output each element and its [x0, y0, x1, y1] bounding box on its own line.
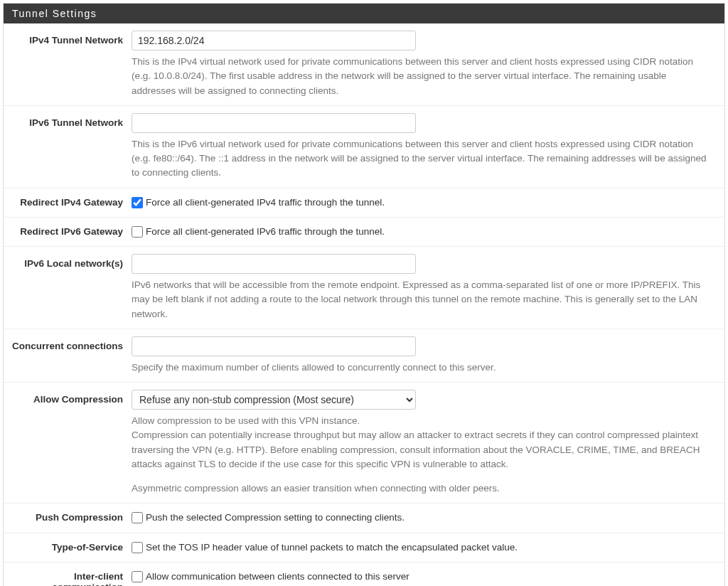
redirect-ipv4-gateway-checkbox-label: Force all client-generated IPv4 traffic … — [146, 196, 385, 210]
row-redirect-ipv4-gateway: Redirect IPv4 Gateway Force all client-g… — [4, 188, 724, 218]
row-concurrent-connections: Concurrent connections Specify the maxim… — [4, 329, 724, 383]
row-inter-client-communication: Inter-client communication Allow communi… — [4, 563, 724, 586]
concurrent-connections-input[interactable] — [132, 336, 416, 356]
tunnel-settings-panel: Tunnel Settings IPv4 Tunnel Network This… — [3, 3, 725, 586]
allow-compression-select[interactable]: Refuse any non-stub compression (Most se… — [132, 390, 416, 410]
redirect-ipv4-gateway-checkbox[interactable] — [132, 197, 143, 208]
label-ipv6-local-networks: IPv6 Local network(s) — [4, 254, 132, 321]
push-compression-checkbox-label: Push the selected Compression setting to… — [146, 511, 405, 525]
row-ipv6-local-networks: IPv6 Local network(s) IPv6 networks that… — [4, 247, 724, 329]
inter-client-communication-checkbox[interactable] — [132, 571, 143, 582]
label-ipv4-tunnel-network: IPv4 Tunnel Network — [4, 31, 132, 98]
row-push-compression: Push Compression Push the selected Compr… — [4, 504, 724, 533]
label-inter-client-communication: Inter-client communication — [4, 570, 132, 586]
label-redirect-ipv6-gateway: Redirect IPv6 Gateway — [4, 225, 132, 239]
ipv4-tunnel-network-input[interactable] — [132, 31, 416, 50]
row-redirect-ipv6-gateway: Redirect IPv6 Gateway Force all client-g… — [4, 218, 724, 247]
inter-client-communication-checkbox-label: Allow communication between clients conn… — [146, 570, 410, 584]
redirect-ipv6-gateway-checkbox[interactable] — [132, 226, 143, 238]
ipv6-tunnel-network-input[interactable] — [132, 113, 416, 133]
help-allow-compression: Allow compression to be used with this V… — [132, 414, 713, 496]
label-push-compression: Push Compression — [4, 511, 132, 525]
label-allow-compression: Allow Compression — [4, 390, 132, 496]
type-of-service-checkbox[interactable] — [132, 542, 143, 553]
row-ipv6-tunnel-network: IPv6 Tunnel Network This is the IPv6 vir… — [4, 106, 724, 188]
label-concurrent-connections: Concurrent connections — [4, 336, 132, 375]
label-type-of-service: Type-of-Service — [4, 540, 132, 555]
type-of-service-checkbox-label: Set the TOS IP header value of tunnel pa… — [146, 540, 518, 555]
ipv6-local-networks-input[interactable] — [132, 254, 416, 274]
help-concurrent-connections: Specify the maximum number of clients al… — [132, 361, 713, 375]
redirect-ipv6-gateway-checkbox-label: Force all client-generated IPv6 traffic … — [146, 225, 385, 239]
help-ipv6-local-networks: IPv6 networks that will be accessible fr… — [132, 278, 713, 321]
label-ipv6-tunnel-network: IPv6 Tunnel Network — [4, 113, 132, 181]
row-allow-compression: Allow Compression Refuse any non-stub co… — [4, 383, 724, 504]
help-ipv6-tunnel-network: This is the IPv6 virtual network used fo… — [132, 137, 713, 181]
row-ipv4-tunnel-network: IPv4 Tunnel Network This is the IPv4 vir… — [4, 23, 724, 106]
help-ipv4-tunnel-network: This is the IPv4 virtual network used fo… — [132, 55, 713, 98]
label-redirect-ipv4-gateway: Redirect IPv4 Gateway — [4, 196, 132, 210]
panel-title: Tunnel Settings — [4, 4, 724, 23]
push-compression-checkbox[interactable] — [132, 512, 143, 523]
row-type-of-service: Type-of-Service Set the TOS IP header va… — [4, 533, 724, 563]
